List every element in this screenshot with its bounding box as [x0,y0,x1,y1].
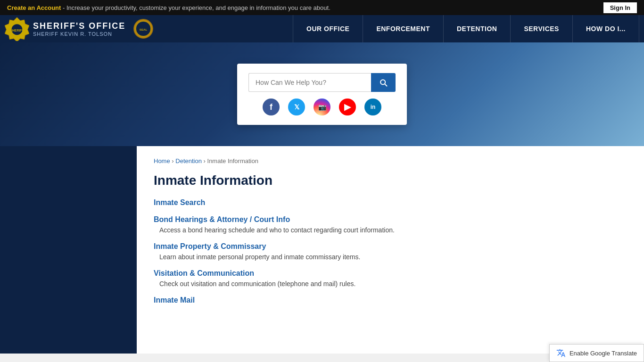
breadcrumb: Home › Detention › Inmate Information [154,157,627,165]
section-inmate-mail: Inmate Mail [154,296,627,304]
visitation-link[interactable]: Visitation & Communication [154,269,627,278]
social-icons: f 𝕏 📷 ▶ in [263,99,381,115]
sheriff-name: SHERIFF KEVIN R. TOLSON [33,31,125,37]
nav-services[interactable]: SERVICES [511,15,573,42]
nav-detention[interactable]: DETENTION [444,15,511,42]
nav-our-office[interactable]: OUR OFFICE [293,15,363,42]
inmate-property-desc: Learn about inmate personal property and… [159,253,627,261]
breadcrumb-current: Inmate Information [207,157,258,165]
navbar: SHERIFF SHERIFF'S OFFICE SHERIFF KEVIN R… [0,15,644,42]
nav-how-do-i[interactable]: HOW DO I... [573,15,639,42]
translate-label: Enable Google Translate [570,350,637,357]
banner-text: - Increase your productivity, customize … [61,4,330,11]
section-bond-hearings: Bond Hearings & Attorney / Court Info Ac… [154,215,627,234]
visitation-desc: Check out visitation and communication (… [159,280,627,288]
translate-bar[interactable]: Enable Google Translate [549,344,644,362]
inmate-mail-link[interactable]: Inmate Mail [154,296,627,304]
seal-icon: SEAL [133,18,154,39]
sheriff-office-title: SHERIFF'S OFFICE [33,21,125,31]
youtube-link[interactable]: ▶ [339,99,356,115]
badge-icon: SHERIFF [5,16,29,41]
create-account-link[interactable]: Create an Account [7,4,61,11]
breadcrumb-sep1: › [172,157,173,165]
search-card: f 𝕏 📷 ▶ in [237,64,407,125]
sidebar [0,146,137,354]
page-title: Inmate Information [154,173,627,188]
inmate-property-link[interactable]: Inmate Property & Commissary [154,242,627,251]
bond-hearings-desc: Access a bond hearing schedule and who t… [159,226,627,234]
top-banner: Create an Account - Increase your produc… [0,0,644,15]
breadcrumb-sep2: › [204,157,206,165]
bond-hearings-link[interactable]: Bond Hearings & Attorney / Court Info [154,215,627,224]
svg-text:SHERIFF: SHERIFF [10,29,24,32]
twitter-link[interactable]: 𝕏 [288,99,305,115]
breadcrumb-detention[interactable]: Detention [175,157,202,165]
section-visitation: Visitation & Communication Check out vis… [154,269,627,288]
inmate-search-link[interactable]: Inmate Search [154,198,627,207]
sign-in-button[interactable]: Sign In [603,2,637,13]
search-input[interactable] [248,73,371,92]
banner-message: Create an Account - Increase your produc… [7,4,330,11]
logo-area: SHERIFF SHERIFF'S OFFICE SHERIFF KEVIN R… [5,16,154,41]
svg-text:SEAL: SEAL [140,28,148,31]
search-icon [379,78,388,87]
sheriff-text: SHERIFF'S OFFICE SHERIFF KEVIN R. TOLSON [33,21,125,37]
hero-area: f 𝕏 📷 ▶ in [0,42,644,146]
search-button[interactable] [371,73,396,92]
instagram-link[interactable]: 📷 [314,99,330,115]
search-row [248,73,396,92]
google-translate-icon [556,348,566,358]
content-area: Home › Detention › Inmate Information In… [137,146,644,354]
main-content: Home › Detention › Inmate Information In… [0,146,644,354]
linkedin-link[interactable]: in [364,99,381,115]
facebook-link[interactable]: f [263,99,280,115]
breadcrumb-home[interactable]: Home [154,157,170,165]
section-inmate-search: Inmate Search [154,198,627,207]
nav-enforcement[interactable]: ENFORCEMENT [363,15,444,42]
section-inmate-property: Inmate Property & Commissary Learn about… [154,242,627,261]
nav-links: OUR OFFICE ENFORCEMENT DETENTION SERVICE… [163,15,639,42]
